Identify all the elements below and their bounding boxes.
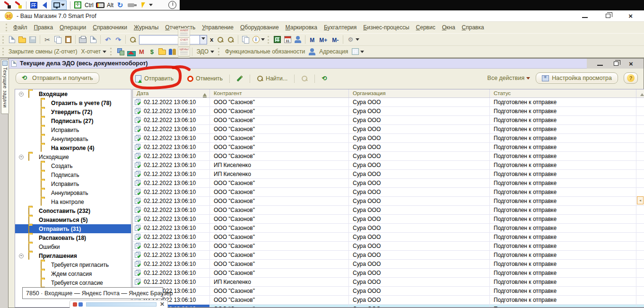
menu-item[interactable]: Справочники	[89, 23, 131, 32]
print-form-button[interactable]: СЧЕТ	[178, 37, 190, 47]
edit-button[interactable]	[234, 76, 245, 81]
tree-item[interactable]: Распаковать (18)	[15, 233, 131, 242]
memory-button[interactable]: M+	[317, 37, 330, 44]
functional-duties-icon[interactable]	[307, 46, 317, 57]
functional-duties-button[interactable]: Функциональные обязанности	[223, 48, 307, 55]
thumbnail-close-icon[interactable]: ✕	[160, 302, 165, 307]
tree-item[interactable]: Аннулировать	[15, 188, 131, 197]
tree-expander-icon[interactable]	[19, 92, 24, 97]
tree-item[interactable]: Исправить	[15, 125, 131, 134]
tree-item[interactable]: Ждем согласия	[15, 269, 131, 278]
current-tasks-side-tab[interactable]: Текущие задачи	[1, 59, 9, 114]
alt-key-button[interactable]: Alt	[107, 2, 113, 9]
table-row[interactable]: 02.12.2022 13:06:10 ООО "Сазонов" Сура О…	[133, 188, 644, 197]
tree-expander-icon[interactable]	[19, 155, 24, 159]
paste-icon[interactable]	[63, 35, 73, 45]
new-document-icon[interactable]	[7, 35, 17, 45]
remote-disconnect-icon[interactable]	[127, 1, 135, 9]
column-header-organization[interactable]: Организация	[349, 89, 490, 97]
archive-folder-icon[interactable]	[157, 46, 167, 57]
minimize-button[interactable]	[582, 14, 588, 18]
send-receive-button[interactable]: ⟲ Отправить и получить	[16, 72, 99, 84]
menu-item[interactable]: Бизнес-процессы	[360, 23, 412, 32]
tree-item[interactable]: Утвердить (72)	[15, 107, 131, 116]
print-preview-icon[interactable]	[88, 35, 98, 45]
print-icon[interactable]	[78, 35, 88, 45]
remote-clock-icon[interactable]	[168, 1, 177, 9]
remote-filelist-icon[interactable]	[29, 1, 38, 9]
tree-item[interactable]: Аннулировать	[15, 134, 131, 143]
menu-item[interactable]: Сервис	[413, 23, 439, 32]
all-actions-button[interactable]: Все действия	[487, 75, 531, 81]
calendar-icon[interactable]: 31	[282, 35, 293, 45]
table-row[interactable]: 02.12.2022 13:06:10 ООО "Сазонов" Сура О…	[133, 296, 644, 305]
table-row[interactable]: 02.12.2022 13:06:10 ООО "Сазонов" Сура О…	[133, 233, 644, 242]
user-permissions-icon[interactable]	[293, 35, 303, 45]
remote-power-icon[interactable]	[138, 1, 147, 9]
tree-item[interactable]: Ознакомиться (5)	[15, 215, 131, 224]
remote-tool2-icon[interactable]	[14, 1, 22, 9]
tree-item[interactable]: Создать	[15, 161, 131, 170]
table-row[interactable]: 02.12.2022 13:06:10 ООО "Сазонов" Сура О…	[133, 98, 644, 107]
menu-item[interactable]: Операции	[56, 23, 89, 32]
search-input[interactable]	[139, 35, 200, 44]
remote-fullscreen-icon[interactable]	[74, 1, 82, 9]
tree-item[interactable]: Ошибки	[15, 242, 131, 251]
chevron-down-icon[interactable]	[200, 35, 207, 44]
menu-item[interactable]: Правка	[31, 23, 57, 32]
clear-find-button[interactable]	[299, 74, 310, 83]
scroll-marker-button[interactable]: ◂	[637, 196, 644, 204]
edo-menu-button[interactable]: ЭДО	[194, 48, 210, 55]
tree-item[interactable]: Подписать	[15, 170, 131, 179]
table-row[interactable]: 02.12.2022 13:06:10 ООО "Сазонов" Сура О…	[133, 107, 644, 116]
tree-item[interactable]: Входящие	[15, 89, 131, 98]
taskbar-thumbnail-preview[interactable]: ✕	[70, 300, 168, 308]
remote-tool-icon[interactable]	[3, 1, 11, 9]
info-icon[interactable]: i	[251, 35, 261, 45]
marking-icon[interactable]: M	[136, 46, 147, 57]
print-form-button[interactable]: НАКЛ	[178, 28, 190, 37]
clear-search-button[interactable]: x	[208, 36, 215, 43]
table-row[interactable]: 02.12.2022 13:06:10 ИП Киселенко Сура ОО…	[133, 170, 644, 179]
restore-button[interactable]	[606, 14, 610, 18]
view-settings-button[interactable]: Настройка просмотра	[536, 72, 618, 84]
tree-item[interactable]: Отправить (31)	[15, 224, 131, 233]
table-row[interactable]: 02.12.2022 13:06:10 ООО "Сазонов" Сура О…	[133, 125, 644, 134]
counterparties-icon[interactable]	[167, 46, 178, 57]
close-shift-button[interactable]: Закрытие смены (Z-отчет)	[7, 48, 79, 55]
refresh-button[interactable]: ⟲	[319, 74, 331, 83]
tree-item[interactable]: Требуется согласие	[15, 278, 131, 287]
table-row[interactable]: 02.12.2022 13:06:10 ООО "Сазонов" Сура О…	[133, 305, 644, 308]
menu-item[interactable]: Маркировка	[282, 23, 321, 32]
exchange-icon[interactable]	[115, 46, 126, 57]
open-icon[interactable]	[17, 35, 27, 45]
close-button[interactable]: ×	[628, 14, 633, 18]
settings-wrench-icon[interactable]: ⚙	[345, 35, 356, 45]
addressing-button[interactable]: Адресация	[317, 48, 350, 55]
menu-item[interactable]: Управление	[199, 23, 237, 32]
calculator-icon[interactable]	[272, 35, 282, 45]
find-next-icon[interactable]	[215, 35, 226, 45]
tree-item[interactable]: На контроле	[15, 197, 131, 206]
column-header-date[interactable]: Дата	[133, 89, 210, 97]
table-row[interactable]: 02.12.2022 13:06:10 ИП Киселенко Сура ОО…	[133, 278, 644, 287]
table-row[interactable]: 02.12.2022 13:06:10 ООО "Сазонов" Сура О…	[133, 260, 644, 269]
tree-item[interactable]: Исходящие	[15, 152, 131, 161]
send-button[interactable]: Отправить	[133, 74, 176, 84]
memory-button[interactable]: M-	[330, 37, 341, 44]
table-row[interactable]: 02.12.2022 13:06:10 ООО "Сазонов" Сура О…	[133, 242, 644, 251]
copy-pages-icon[interactable]	[240, 35, 251, 45]
tree-item[interactable]: Сопоставить (232)	[15, 206, 131, 215]
edo-window-titlebar[interactable]: Текущие дела ЭДО (весь документооборот)	[9, 59, 644, 69]
find-button[interactable]: Найти...	[254, 74, 290, 83]
table-row[interactable]: 02.12.2022 13:06:10 ООО "Сазонов" Сура О…	[133, 134, 644, 143]
menu-item[interactable]: Бухгалтерия	[321, 23, 360, 32]
menu-item[interactable]: Справка	[459, 23, 487, 32]
remote-keyboard-icon[interactable]	[96, 1, 104, 9]
window-minimize-button[interactable]	[597, 62, 603, 66]
search-icon[interactable]	[128, 35, 138, 45]
tree-item[interactable]: Требуется пригласить	[15, 260, 131, 269]
menu-item[interactable]: Журналы	[131, 23, 162, 32]
search-combobox[interactable]	[139, 35, 207, 44]
table-row[interactable]: 02.12.2022 13:06:10 ООО "Сазонов" Сура О…	[133, 269, 644, 278]
